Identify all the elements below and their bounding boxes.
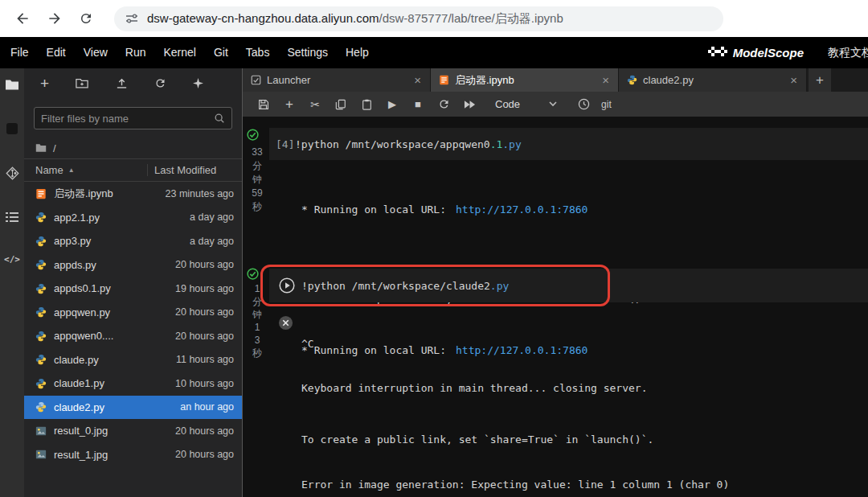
menu-git[interactable]: Git bbox=[205, 37, 237, 68]
output-url-link[interactable]: http://127.0.0.1:7860 bbox=[456, 344, 588, 356]
file-row[interactable]: appqwen.py 20 hours ago bbox=[24, 301, 242, 325]
cell-success-check-icon bbox=[247, 129, 259, 141]
address-bar[interactable]: dsw-gateway-cn-hangzhou.data.aliyun.com/… bbox=[114, 6, 723, 31]
file-modified: 20 hours ago bbox=[157, 306, 242, 318]
search-icon bbox=[214, 113, 225, 124]
stop-kernel-icon[interactable]: ■ bbox=[405, 98, 431, 110]
file-row[interactable]: app2.1.py a day ago bbox=[24, 206, 242, 230]
copy-cell-icon[interactable] bbox=[328, 99, 354, 110]
sparkle-icon[interactable] bbox=[193, 78, 203, 88]
python-file-icon bbox=[35, 212, 47, 224]
tab-label: 启动器.ipynb bbox=[455, 73, 594, 88]
file-modified: 20 hours ago bbox=[157, 331, 242, 342]
close-icon[interactable]: × bbox=[600, 73, 612, 87]
menu-file[interactable]: File bbox=[2, 37, 38, 68]
file-browser-toolbar: + bbox=[24, 68, 242, 97]
file-row[interactable]: result_1.jpg 20 hours ago bbox=[24, 443, 242, 467]
menu-view[interactable]: View bbox=[75, 37, 117, 68]
file-row-selected[interactable]: claude2.py an hour ago bbox=[24, 396, 242, 420]
cell-type-dropdown[interactable]: Code bbox=[495, 98, 557, 110]
docs-link[interactable]: 教程文档 bbox=[828, 46, 868, 60]
menu-tabs[interactable]: Tabs bbox=[237, 37, 279, 68]
python-file-icon bbox=[35, 330, 47, 342]
file-modified: 20 hours ago bbox=[157, 259, 242, 270]
run-cell-button[interactable] bbox=[279, 277, 295, 294]
extension-manager-icon[interactable]: </> bbox=[4, 254, 20, 265]
file-listing: 启动器.ipynb 23 minutes ago app2.1.py a day… bbox=[24, 182, 242, 497]
menu-kernel[interactable]: Kernel bbox=[154, 37, 204, 68]
code-cell-input[interactable]: [4] !python /mnt/workspace/appqwen0.1.py bbox=[269, 128, 868, 160]
table-of-contents-icon[interactable] bbox=[6, 212, 18, 223]
file-row[interactable]: app3.py a day ago bbox=[24, 229, 242, 253]
file-row[interactable]: appds.py 20 hours ago bbox=[24, 253, 242, 277]
restart-kernel-icon[interactable] bbox=[431, 98, 457, 110]
breadcrumb-root[interactable]: / bbox=[53, 142, 56, 154]
code-ext: .py bbox=[502, 138, 521, 150]
file-filter bbox=[34, 107, 232, 129]
output-blank-line bbox=[301, 248, 653, 263]
output-url-link[interactable]: http://127.0.0.1:7860 bbox=[456, 203, 588, 216]
file-name: claude2.py bbox=[54, 401, 157, 413]
forward-icon[interactable] bbox=[47, 10, 63, 27]
file-name: appds0.1.py bbox=[54, 282, 157, 294]
tab-notebook[interactable]: 启动器.ipynb × bbox=[431, 68, 619, 92]
notebook-file-icon bbox=[35, 187, 47, 199]
close-icon[interactable]: × bbox=[788, 73, 800, 87]
modelscope-brand[interactable]: ModelScope bbox=[708, 46, 804, 60]
file-row[interactable]: appds0.1.py 19 hours ago bbox=[24, 277, 242, 301]
file-modified: 19 hours ago bbox=[157, 283, 242, 294]
chevron-down-icon bbox=[549, 101, 557, 107]
listing-header: Name▲ Last Modified bbox=[24, 158, 242, 182]
exec-line: 3 bbox=[248, 334, 267, 347]
file-row[interactable]: 启动器.ipynb 23 minutes ago bbox=[24, 182, 242, 206]
clock-icon[interactable] bbox=[578, 98, 590, 110]
folder-icon[interactable] bbox=[35, 143, 47, 153]
output-blank-line bbox=[301, 388, 729, 404]
tab-launcher[interactable]: Launcher × bbox=[243, 68, 431, 92]
add-cell-icon[interactable]: + bbox=[276, 97, 302, 113]
python-file-icon bbox=[35, 259, 47, 271]
workspace: </> + / Name▲ Last Modified 启动器.ipynb 2 bbox=[0, 68, 868, 497]
upload-icon[interactable] bbox=[116, 77, 128, 89]
git-status-label[interactable]: git bbox=[601, 99, 612, 110]
name-column-label: Name bbox=[35, 164, 63, 176]
code-cell-input[interactable]: !python /mnt/workspace/claude2.py bbox=[269, 269, 868, 302]
reload-icon[interactable] bbox=[79, 11, 93, 26]
new-launcher-icon[interactable]: + bbox=[40, 76, 49, 91]
menu-settings[interactable]: Settings bbox=[278, 37, 337, 68]
restart-run-all-icon[interactable] bbox=[457, 100, 482, 109]
menu-run[interactable]: Run bbox=[117, 37, 155, 68]
cut-cell-icon[interactable]: ✂ bbox=[302, 98, 328, 111]
sort-by-modified[interactable]: Last Modified bbox=[147, 164, 242, 176]
running-sessions-icon[interactable] bbox=[6, 122, 18, 135]
file-row[interactable]: claude.py 11 hours ago bbox=[24, 348, 242, 372]
run-cell-icon[interactable]: ▶ bbox=[379, 98, 405, 110]
menu-edit[interactable]: Edit bbox=[38, 37, 75, 68]
sort-by-name[interactable]: Name▲ bbox=[24, 164, 147, 176]
menu-help[interactable]: Help bbox=[337, 37, 378, 68]
file-name: appds.py bbox=[54, 259, 157, 271]
exec-line: 1 bbox=[248, 321, 267, 334]
toolbar-right: git bbox=[578, 98, 612, 110]
site-settings-icon[interactable] bbox=[125, 12, 138, 25]
file-browser-icon[interactable] bbox=[5, 79, 19, 91]
exec-line: 33 bbox=[248, 146, 267, 159]
file-row[interactable]: result_0.jpg 20 hours ago bbox=[24, 419, 242, 443]
code-text: !python /mnt/workspace/claude2 bbox=[301, 280, 490, 292]
code-line: !python /mnt/workspace/appqwen0.1.py bbox=[295, 138, 522, 150]
file-row[interactable]: appqwen0.... 20 hours ago bbox=[24, 324, 242, 348]
file-row[interactable]: claude1.py 10 hours ago bbox=[24, 372, 242, 396]
back-icon[interactable] bbox=[14, 10, 31, 27]
interrupt-x-icon bbox=[278, 315, 293, 331]
file-filter-input[interactable] bbox=[41, 113, 214, 125]
browser-toolbar: dsw-gateway-cn-hangzhou.data.aliyun.com/… bbox=[0, 0, 868, 37]
new-folder-icon[interactable] bbox=[76, 77, 88, 88]
new-tab-icon[interactable]: + bbox=[809, 68, 831, 92]
refresh-files-icon[interactable] bbox=[154, 77, 166, 89]
git-sidebar-icon[interactable] bbox=[6, 166, 19, 180]
paste-cell-icon[interactable] bbox=[354, 99, 379, 110]
tab-claude2[interactable]: claude2.py × bbox=[619, 68, 807, 92]
close-icon[interactable]: × bbox=[411, 73, 424, 87]
cell-output: * Running on local URL:http://127.0.0.1:… bbox=[301, 314, 729, 497]
save-icon[interactable] bbox=[251, 99, 276, 110]
